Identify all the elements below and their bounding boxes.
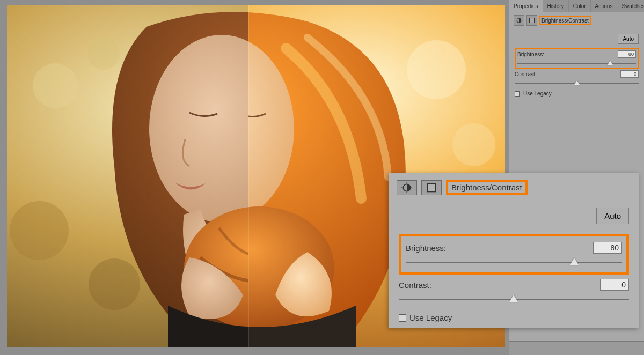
tab-actions[interactable]: Actions	[591, 0, 618, 12]
legacy-row[interactable]: Use Legacy	[399, 313, 629, 322]
contrast-slider[interactable]	[399, 295, 629, 305]
tab-history[interactable]: History	[543, 0, 569, 12]
adjustment-title: Brightness/Contrast	[539, 16, 591, 25]
contrast-slider-row: Contrast: 0	[399, 279, 629, 305]
legacy-checkbox[interactable]	[515, 91, 520, 97]
brightness-slider[interactable]	[517, 60, 636, 66]
svg-point-12	[452, 123, 495, 166]
panel-body: Auto Brightness: 80 Contrast: 0	[509, 29, 644, 101]
brightness-slider-row: Brightness: 80	[517, 50, 636, 66]
brightness-value[interactable]: 80	[618, 50, 636, 58]
svg-point-3	[33, 63, 78, 108]
contrast-value[interactable]: 0	[600, 279, 629, 291]
auto-button[interactable]: Auto	[618, 34, 639, 44]
tab-swatches[interactable]: Swatches	[617, 0, 644, 12]
brightness-contrast-icon	[514, 15, 524, 26]
legacy-checkbox[interactable]	[399, 314, 406, 322]
brightness-slider-row: Brightness: 80	[406, 242, 622, 268]
panel-footer	[509, 341, 644, 355]
zoom-panel: Brightness/Contrast Auto Brightness: 80 …	[389, 173, 639, 328]
svg-rect-19	[530, 18, 534, 23]
tab-properties[interactable]: Properties	[509, 0, 543, 12]
adjustment-preset-icon[interactable]	[526, 15, 537, 26]
svg-point-4	[87, 38, 120, 70]
contrast-label: Contrast:	[515, 71, 537, 77]
contrast-slider[interactable]	[515, 80, 639, 86]
svg-rect-26	[428, 184, 435, 191]
adjustment-header: Brightness/Contrast	[509, 12, 644, 29]
adjustment-preset-icon[interactable]	[421, 180, 442, 195]
contrast-thumb[interactable]	[574, 80, 580, 85]
legacy-label: Use Legacy	[409, 313, 452, 322]
contrast-slider-row: Contrast: 0	[515, 70, 639, 86]
svg-point-5	[10, 201, 69, 260]
svg-point-6	[89, 258, 140, 310]
brightness-contrast-icon	[397, 180, 417, 195]
contrast-thumb[interactable]	[509, 295, 518, 302]
contrast-value[interactable]: 0	[620, 70, 639, 78]
zoom-header: Brightness/Contrast	[389, 173, 639, 201]
tab-color[interactable]: Color	[569, 0, 591, 12]
brightness-slider[interactable]	[406, 258, 622, 268]
legacy-row[interactable]: Use Legacy	[515, 91, 639, 97]
legacy-label: Use Legacy	[523, 91, 552, 97]
brightness-label: Brightness:	[517, 51, 544, 57]
adjustment-title: Brightness/Contrast	[446, 180, 528, 195]
brightness-thumb[interactable]	[570, 258, 579, 265]
brightness-thumb[interactable]	[608, 61, 613, 65]
contrast-label: Contrast:	[399, 280, 431, 290]
svg-point-11	[407, 40, 466, 99]
panel-tabs: Properties History Color Actions Swatche…	[509, 0, 644, 12]
auto-button[interactable]: Auto	[596, 208, 629, 224]
brightness-label: Brightness:	[406, 243, 446, 253]
brightness-value[interactable]: 80	[593, 242, 622, 254]
